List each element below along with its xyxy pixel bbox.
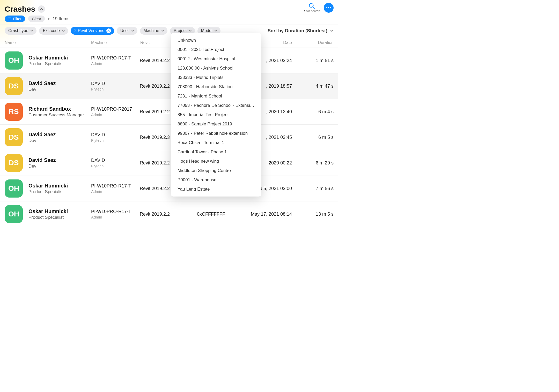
table-row[interactable]: OHOskar HumnickiProduct SpecialistPI-W10…	[0, 48, 338, 73]
chevron-down-icon	[30, 29, 33, 32]
column-headers: Name Machine Revit Date Duration	[0, 37, 338, 48]
machine-sub: Admin	[91, 112, 140, 117]
user-name: Richard Sandbox	[28, 106, 91, 112]
collapse-button[interactable]	[38, 5, 45, 13]
user-cell: Oskar HumnickiProduct Specialist	[28, 55, 91, 66]
filter-chip-exit-code[interactable]: Exit code	[39, 27, 68, 35]
user-role: Product Specialist	[28, 61, 91, 66]
chip-label: Crash type	[8, 28, 28, 33]
filter-chip-user[interactable]: User	[117, 27, 137, 35]
duration-cell: 6 m 4 s	[297, 109, 334, 115]
chip-label: Machine	[144, 28, 159, 33]
machine-sub: Admin	[91, 61, 140, 66]
filter-icon	[8, 17, 11, 20]
user-role: Dev	[28, 87, 91, 92]
table-row[interactable]: DSDavid SaezDevDAVIDFlytechRevit 2019.2.…	[0, 125, 338, 150]
table-row[interactable]: OHOskar HumnickiProduct SpecialistPI-W10…	[0, 176, 338, 201]
duration-cell: 13 m 5 s	[297, 212, 334, 217]
user-cell: Oskar HumnickiProduct Specialist	[28, 208, 91, 220]
dropdown-item[interactable]: Boca Chica - Terminal 1	[171, 138, 261, 147]
duration-cell: 6 m 5 s	[297, 135, 334, 140]
close-icon[interactable]: ✕	[106, 28, 111, 33]
revit-cell: Revit 2019.2.2	[140, 212, 188, 217]
chip-label: Exit code	[43, 28, 60, 33]
user-name: David Saez	[28, 132, 91, 138]
duration-cell: 7 m 56 s	[297, 186, 334, 191]
user-name: David Saez	[28, 157, 91, 163]
date-cell: May 17, 2021 08:14	[230, 212, 297, 217]
sort-button[interactable]: Sort by Duration (Shortest)	[268, 28, 334, 34]
dropdown-item[interactable]: 7231 - Manford School	[171, 92, 261, 101]
machine-name: DAVID	[91, 132, 140, 138]
user-cell: Richard SandboxCustomer Success Manager	[28, 106, 91, 118]
svg-point-3	[330, 7, 331, 8]
user-cell: Oskar HumnickiProduct Specialist	[28, 183, 91, 194]
machine-name: DAVID	[91, 81, 140, 86]
more-icon	[326, 7, 331, 9]
search-icon	[308, 3, 315, 9]
dropdown-item[interactable]: 99807 - Peter Rabbit hole extension	[171, 129, 261, 138]
dropdown-item[interactable]: 708090 - Harborside Station	[171, 82, 261, 92]
dropdown-item[interactable]: 00012 - Westminster Hospital	[171, 54, 261, 64]
dropdown-item[interactable]: Unknown	[171, 36, 261, 45]
table-row[interactable]: DSDavid SaezDevDAVIDFlytechRevit 2019.2.…	[0, 73, 338, 99]
filter-button[interactable]: Filter	[5, 16, 25, 22]
dropdown-item[interactable]: 8800 - Sample Project 2019	[171, 119, 261, 129]
dropdown-item[interactable]: Cardinal Tower - Phase 1	[171, 147, 261, 157]
avatar: OH	[5, 205, 23, 223]
user-role: Dev	[28, 138, 91, 143]
filter-chip-row: Crash typeExit code2 Revit Versions✕User…	[0, 25, 338, 37]
dropdown-item[interactable]: Hogs Head new wing	[171, 157, 261, 166]
more-button[interactable]	[324, 3, 334, 13]
exit-cell: 0xCFFFFFFF	[188, 212, 230, 217]
avatar: OH	[5, 51, 23, 70]
avatar: DS	[5, 128, 23, 146]
machine-name: DAVID	[91, 158, 140, 163]
col-duration: Duration	[297, 40, 334, 45]
duration-cell: 1 m 51 s	[297, 58, 334, 63]
dropdown-item[interactable]: Middleton Shopping Centre	[171, 166, 261, 175]
machine-sub: Flytech	[91, 164, 140, 168]
table-body: OHOskar HumnickiProduct SpecialistPI-W10…	[0, 48, 338, 227]
dropdown-item[interactable]: 0001 - 2021-TestProject	[171, 45, 261, 54]
dropdown-item[interactable]: 855 - Imperial Test Project	[171, 110, 261, 119]
dropdown-item[interactable]: 123.000.00 - Ashlyns School	[171, 64, 261, 73]
user-name: Oskar Humnicki	[28, 208, 91, 214]
table-row[interactable]: RSRichard SandboxCustomer Success Manage…	[0, 99, 338, 125]
dropdown-item[interactable]: Yau Leng Estate	[171, 185, 261, 194]
clear-button[interactable]: Clear	[28, 16, 45, 22]
filter-chip-2-revit-versions[interactable]: 2 Revit Versions✕	[71, 27, 114, 35]
search-hint: s for search	[304, 9, 320, 13]
chevron-down-icon	[62, 29, 65, 32]
avatar: DS	[5, 154, 23, 172]
user-cell: David SaezDev	[28, 157, 91, 169]
machine-name: PI-W10PRO-R2017	[91, 107, 140, 112]
svg-point-1	[326, 7, 327, 8]
machine-sub: Admin	[91, 189, 140, 194]
svg-point-2	[328, 7, 329, 8]
filter-chip-crash-type[interactable]: Crash type	[5, 27, 36, 35]
machine-cell: PI-W10PRO-R2017Admin	[91, 107, 140, 117]
chip-label: User	[120, 28, 129, 33]
machine-cell: PI-W10PRO-R17-TAdmin	[91, 55, 140, 66]
dropdown-item[interactable]: 333333 - Metric Triplets	[171, 73, 261, 82]
avatar: RS	[5, 103, 23, 121]
chevron-up-icon	[40, 7, 43, 11]
avatar: DS	[5, 77, 23, 95]
table-row[interactable]: DSDavid SaezDevDAVIDFlytechRevit 2019.2.…	[0, 150, 338, 176]
machine-cell: DAVIDFlytech	[91, 81, 140, 91]
machine-sub: Admin	[91, 215, 140, 219]
filter-chip-machine[interactable]: Machine	[140, 27, 167, 35]
search-button[interactable]: s for search	[304, 3, 320, 13]
avatar: OH	[5, 179, 23, 198]
project-dropdown: Unknown0001 - 2021-TestProject00012 - We…	[171, 33, 261, 197]
user-role: Dev	[28, 164, 91, 169]
table-row[interactable]: OHOskar HumnickiProduct SpecialistPI-W10…	[0, 201, 338, 227]
header: Crashes Filter Clear 19 Items s for sear…	[0, 0, 338, 25]
chip-label: 2 Revit Versions	[74, 28, 104, 33]
machine-cell: PI-W10PRO-R17-TAdmin	[91, 183, 140, 194]
machine-sub: Flytech	[91, 87, 140, 91]
dropdown-item[interactable]: P0001 - Warehouse	[171, 175, 261, 185]
dropdown-item[interactable]: 77053 - Pachore…e School - Extension	[171, 101, 261, 110]
col-name: Name	[5, 40, 91, 45]
